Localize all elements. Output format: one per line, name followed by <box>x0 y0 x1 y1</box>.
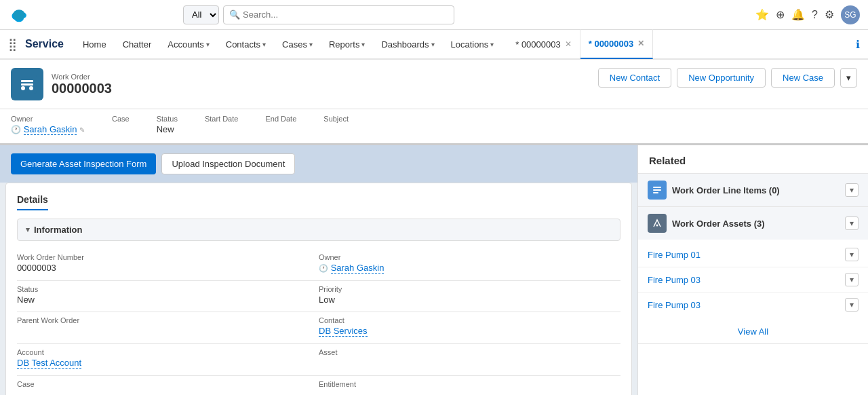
accounts-chevron-icon: ▾ <box>206 41 210 48</box>
new-contact-button[interactable]: New Contact <box>598 68 671 88</box>
top-bar: All 🔍 ⭐ ⊕ 🔔 ? ⚙ SG <box>0 0 868 30</box>
setup-icon[interactable]: ⊕ <box>776 8 785 21</box>
asset-2-dropdown[interactable]: ▾ <box>845 273 859 286</box>
start-date-field: Start Date <box>205 115 239 135</box>
information-chevron-icon: ▾ <box>26 225 30 234</box>
line-items-dropdown[interactable]: ▾ <box>845 183 859 197</box>
related-line-items-header[interactable]: Work Order Line Items (0) ▾ <box>638 174 868 206</box>
assets-icon <box>648 214 667 233</box>
notifications-icon[interactable]: 🔔 <box>791 8 805 21</box>
app-launcher-icon[interactable]: ⣿ <box>8 37 17 52</box>
contact-value: DB Services <box>319 326 615 337</box>
owner-value: 🕐 Sarah Gaskin ✎ <box>11 124 85 135</box>
related-line-items-left: Work Order Line Items (0) <box>648 181 780 200</box>
new-case-button[interactable]: New Case <box>771 68 835 88</box>
nav-tabs: * 00000003 ✕ * 00000003 ✕ <box>507 29 850 59</box>
priority-value: Low <box>319 295 615 305</box>
nav-contacts[interactable]: Contacts ▾ <box>218 29 274 59</box>
information-section-header[interactable]: ▾ Information <box>17 219 620 241</box>
priority-field: Priority Low <box>319 281 620 312</box>
app-name: Service <box>25 38 64 50</box>
svg-rect-10 <box>653 187 661 188</box>
case-detail-field: Case <box>17 376 319 395</box>
contact-field: Contact DB Services <box>319 312 620 344</box>
workorder-header: Work Order 00000003 New Contact New Oppo… <box>0 60 868 109</box>
nav-locations[interactable]: Locations ▾ <box>443 29 502 59</box>
account-label: Account <box>17 348 313 356</box>
status-detail-label: Status <box>17 285 313 293</box>
search-input[interactable] <box>243 10 448 20</box>
nav-home[interactable]: Home <box>75 29 115 59</box>
settings-icon[interactable]: ⚙ <box>825 8 834 21</box>
nav-dashboards[interactable]: Dashboards ▾ <box>373 29 442 59</box>
help-icon[interactable]: ? <box>812 9 818 21</box>
workorder-number-label: Work Order Number <box>17 253 313 261</box>
line-items-title: Work Order Line Items (0) <box>672 185 780 195</box>
related-assets-items: Fire Pump 01 ▾ Fire Pump 03 ▾ Fire Pump … <box>638 240 868 320</box>
reports-chevron-icon: ▾ <box>361 41 365 48</box>
new-opportunity-button[interactable]: New Opportunity <box>677 68 766 88</box>
details-card: Details ▾ Information Work Order Number … <box>5 183 632 395</box>
owner-detail-value: 🕐 Sarah Gaskin <box>319 263 615 274</box>
information-label: Information <box>34 225 83 235</box>
nav-reports[interactable]: Reports ▾ <box>321 29 374 59</box>
contact-label: Contact <box>319 316 615 324</box>
svg-rect-6 <box>21 80 33 82</box>
case-detail-label: Case <box>17 380 313 388</box>
dashboards-chevron-icon: ▾ <box>431 41 435 48</box>
owner-detail-link[interactable]: Sarah Gaskin <box>331 263 384 274</box>
priority-label: Priority <box>319 285 615 293</box>
status-value: New <box>157 124 178 134</box>
assets-dropdown[interactable]: ▾ <box>845 217 859 230</box>
end-date-label: End Date <box>265 115 296 123</box>
line-items-icon <box>648 181 667 200</box>
related-line-items-section: Work Order Line Items (0) ▾ <box>638 174 868 207</box>
salesforce-logo <box>8 4 30 26</box>
asset-1-dropdown[interactable]: ▾ <box>845 248 859 261</box>
tab-1-close-icon[interactable]: ✕ <box>565 39 572 49</box>
contacts-chevron-icon: ▾ <box>262 41 266 48</box>
account-link[interactable]: DB Test Account <box>17 358 81 369</box>
avatar[interactable]: SG <box>841 5 860 24</box>
asset-link-2[interactable]: Fire Pump 03 <box>648 275 701 285</box>
workorder-icon-svg <box>18 75 37 94</box>
status-label: Status <box>157 115 178 123</box>
nav-accounts[interactable]: Accounts ▾ <box>159 29 217 59</box>
related-assets-header[interactable]: Work Order Assets (3) ▾ <box>638 207 868 240</box>
details-title: Details <box>17 194 48 210</box>
view-all-link[interactable]: View All <box>738 326 768 337</box>
owner-label: Owner <box>11 115 85 123</box>
related-title: Related <box>638 145 868 174</box>
svg-rect-12 <box>653 192 658 193</box>
info-icon[interactable]: ℹ <box>856 38 860 51</box>
account-value: DB Test Account <box>17 358 313 369</box>
svg-rect-11 <box>653 189 661 191</box>
subject-field: Subject <box>323 115 349 135</box>
search-area: All 🔍 <box>183 5 454 24</box>
svg-point-4 <box>13 10 25 20</box>
case-label: Case <box>112 115 130 123</box>
asset-3-dropdown[interactable]: ▾ <box>845 298 859 312</box>
main-area: Generate Asset Inspection Form Upload In… <box>0 145 868 395</box>
locations-chevron-icon: ▾ <box>490 41 494 48</box>
nav-cases[interactable]: Cases ▾ <box>274 29 321 59</box>
search-filter-select[interactable]: All <box>183 5 219 24</box>
status-detail-field: Status New <box>17 281 319 312</box>
workorder-icon <box>11 68 43 100</box>
workorder-label: Work Order <box>52 73 112 81</box>
search-icon: 🔍 <box>229 10 240 20</box>
owner-link[interactable]: Sarah Gaskin <box>24 124 77 135</box>
favorites-icon[interactable]: ⭐ <box>755 8 769 21</box>
search-box: 🔍 <box>223 5 454 24</box>
tab-workorder-2[interactable]: * 00000003 ✕ <box>580 29 654 59</box>
tab-2-close-icon[interactable]: ✕ <box>637 39 644 48</box>
generate-inspection-button[interactable]: Generate Asset Inspection Form <box>11 153 156 174</box>
actions-dropdown-button[interactable]: ▾ <box>840 68 857 88</box>
case-field: Case <box>112 115 130 135</box>
nav-chatter[interactable]: Chatter <box>115 29 160 59</box>
asset-link-3[interactable]: Fire Pump 03 <box>648 300 701 310</box>
asset-link-1[interactable]: Fire Pump 01 <box>648 250 701 260</box>
tab-workorder-1[interactable]: * 00000003 ✕ <box>507 29 580 59</box>
upload-inspection-button[interactable]: Upload Inspection Document <box>161 153 295 174</box>
contact-link[interactable]: DB Services <box>319 326 368 337</box>
